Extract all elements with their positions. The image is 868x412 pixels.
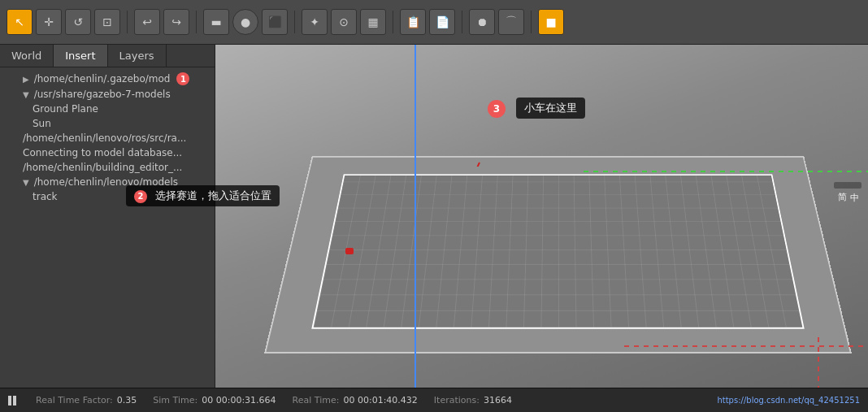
left-panel: World Insert Layers ▶ /home/chenlin/.gaz…: [0, 45, 215, 388]
tree-label-sun: Sun: [33, 118, 51, 129]
pause-bar-left: [8, 396, 11, 405]
tree-item-sun[interactable]: Sun: [0, 116, 215, 131]
scale-tool-button[interactable]: ⊡: [94, 9, 120, 35]
tree-item-lenovo-models[interactable]: ▼ /home/chenlin/lenovo/models: [0, 175, 215, 189]
sun-tool-button[interactable]: ✦: [302, 9, 328, 35]
small-car: [345, 248, 354, 254]
green-dotted-line-top: [584, 171, 868, 172]
separator-2: [196, 11, 197, 33]
translate-tool-button[interactable]: ✛: [36, 9, 62, 35]
separator-5: [462, 11, 462, 33]
light1-button[interactable]: ⊙: [331, 9, 357, 35]
tree-item-track[interactable]: track: [0, 189, 215, 204]
cn-side-text: 中 简: [834, 182, 861, 189]
tree-badge-gazebo-mod: 1: [176, 72, 189, 85]
tree-arrow-usr-models: ▼: [23, 90, 29, 99]
tree-arrow-gazebo-mod: ▶: [23, 75, 29, 84]
real-time-factor-item: Real Time Factor: 0.35: [36, 395, 137, 405]
sphere-tool-button[interactable]: ●: [232, 9, 258, 35]
tree-label-usr-models: /usr/share/gazebo-7-models: [34, 89, 171, 100]
tab-world[interactable]: World: [0, 45, 54, 67]
redo-button[interactable]: ↪: [163, 9, 189, 35]
model2-button[interactable]: 📄: [429, 9, 455, 35]
pause-bar-right: [13, 396, 16, 405]
undo-button[interactable]: ↩: [134, 9, 160, 35]
tree-label-connecting: Connecting to model database...: [23, 147, 182, 158]
tree-label-gazebo-mod: /home/chenlin/.gazebo/mod: [34, 73, 171, 85]
box-tool-button[interactable]: ▬: [203, 9, 229, 35]
tree-item-ros-src[interactable]: /home/chenlin/lenovo/ros/src/ra...: [0, 131, 215, 145]
separator-4: [393, 11, 393, 33]
model1-button[interactable]: 📋: [400, 9, 426, 35]
tab-bar: World Insert Layers: [0, 45, 215, 67]
real-time-factor-value: 0.35: [117, 395, 137, 405]
track-platform: [264, 156, 852, 353]
tree-item-ground-plane[interactable]: Ground Plane: [0, 102, 215, 116]
separator-6: [531, 11, 532, 33]
real-time-value: 00 00:01:40.432: [343, 395, 417, 405]
red-dotted-line-vertical: [818, 337, 819, 388]
select-tool-button[interactable]: ↖: [7, 9, 33, 35]
iterations-value: 31664: [484, 395, 512, 405]
tree-arrow-lenovo-models: ▼: [23, 178, 29, 187]
tree-label-track: track: [33, 191, 58, 202]
tab-layers[interactable]: Layers: [108, 45, 167, 67]
snap-button[interactable]: ⌒: [498, 9, 524, 35]
separator-3: [294, 11, 295, 33]
tree-label-building-editor: /home/chenlin/building_editor_...: [23, 162, 182, 173]
tree-label-lenovo-models: /home/chenlin/lenovo/models: [34, 176, 178, 188]
tree-label-ground-plane: Ground Plane: [33, 103, 98, 115]
tree-label-ros-src: /home/chenlin/lenovo/ros/src/ra...: [23, 132, 186, 144]
real-time-factor-label: Real Time Factor:: [36, 395, 113, 405]
pause-button[interactable]: [8, 395, 20, 406]
blue-vertical-line: [414, 45, 416, 388]
tree-panel: ▶ /home/chenlin/.gazebo/mod 1 ▼ /usr/sha…: [0, 67, 215, 207]
status-url: https://blog.csdn.net/qq_42451251: [717, 396, 860, 405]
sim-time-item: Sim Time: 00 00:00:31.664: [153, 395, 276, 405]
grid-button[interactable]: ▦: [360, 9, 386, 35]
track-inner: [311, 174, 804, 328]
tree-item-building-editor[interactable]: /home/chenlin/building_editor_...: [0, 160, 215, 175]
tab-insert[interactable]: Insert: [54, 45, 107, 67]
viewport[interactable]: 中 简 小车在这里 3: [215, 45, 868, 388]
real-time-item: Real Time: 00 00:01:40.432: [293, 395, 418, 405]
sim-time-value: 00 00:00:31.664: [202, 395, 276, 405]
tree-item-connecting[interactable]: Connecting to model database...: [0, 145, 215, 160]
iterations-item: Iterations: 31664: [434, 395, 512, 405]
tree-item-usr-models[interactable]: ▼ /usr/share/gazebo-7-models: [0, 87, 215, 102]
record-button[interactable]: ⏺: [469, 9, 495, 35]
tree-item-gazebo-mod[interactable]: ▶ /home/chenlin/.gazebo/mod 1: [0, 71, 215, 87]
statusbar: Real Time Factor: 0.35 Sim Time: 00 00:0…: [0, 388, 868, 412]
rotate-tool-button[interactable]: ↺: [65, 9, 91, 35]
real-time-label: Real Time:: [293, 395, 340, 405]
accent-button[interactable]: ■: [538, 9, 564, 35]
toolbar: ↖ ✛ ↺ ⊡ ↩ ↪ ▬ ● ⬛ ✦ ⊙ ▦ 📋 📄 ⏺ ⌒ ■: [0, 0, 868, 45]
red-dotted-line-bottom: [624, 345, 868, 347]
separator-1: [127, 11, 128, 33]
cylinder-tool-button[interactable]: ⬛: [262, 9, 288, 35]
iterations-label: Iterations:: [434, 395, 480, 405]
sim-time-label: Sim Time:: [153, 395, 197, 405]
